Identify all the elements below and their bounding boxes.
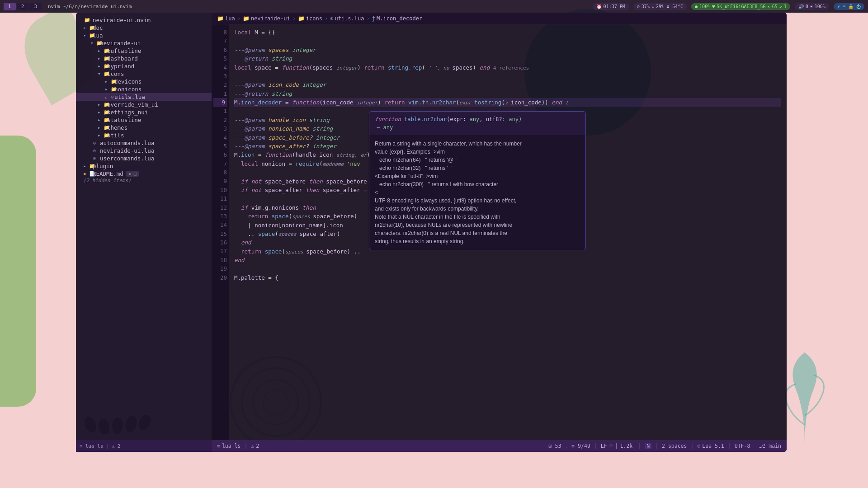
bg-stripe <box>0 136 36 407</box>
statusbar-filetype-icon: ≡ <box>217 443 220 449</box>
breadcrumb-utils: utils.lua <box>335 15 364 22</box>
statusbar-le: LF <box>601 443 607 449</box>
sep8: | <box>728 443 731 449</box>
battery-pill: ● 100% ♥ SK_WiFi6iGAE3F8_5G ↖ 65 ↙ 1 <box>691 3 790 10</box>
breadcrumb-func: M.icon_decoder <box>377 15 422 22</box>
sep1: › <box>237 15 241 22</box>
sidebar-statusbar: ≡ lua_ls | ⚠ 2 <box>76 440 212 452</box>
lua-icon-nev2: ⊙ <box>90 148 99 154</box>
lua-icon-user: ⊙ <box>90 155 99 161</box>
sidebar-item-settings[interactable]: ▸ 📁 settings_nui <box>76 108 212 116</box>
sidebar-label-hypr: hyprland <box>107 63 134 70</box>
sidebar-item-themes[interactable]: ▸ 📁 themes <box>76 124 212 131</box>
time-pill: ⏰ 01:37 PM <box>593 3 629 10</box>
readme-buttons[interactable]: ▪ □ <box>126 171 139 177</box>
lua-icon-utils: ⌞ ⊙ <box>105 94 113 100</box>
tab-2[interactable]: 2 <box>17 3 29 10</box>
sidebar-label-doc: doc <box>93 24 103 31</box>
tab-1[interactable]: 1 <box>4 3 16 10</box>
sep3: › <box>325 15 328 22</box>
sidebar-label-nev2: neviraide-ui.lua <box>100 147 154 154</box>
folder-icon-lua: ▾ 📁 <box>83 33 91 38</box>
icons-breadcrumb-icon: 📁 <box>298 15 305 22</box>
sidebar-label-utils: utils.lua <box>114 94 145 100</box>
sidebar-item-neviraide-ui[interactable]: ▾ 📁 neviraide-ui <box>76 39 212 47</box>
code-line-6: ---@param spaces integer <box>234 46 781 54</box>
hover-popup-signature: function table.nr2char(expr: any, utf8?:… <box>369 112 585 135</box>
sidebar-label-icons: icons <box>107 70 124 77</box>
extra-pill: ⚡ ⌨ 🔒 ⏻ <box>834 3 864 10</box>
folder-icon-hypr: ▸ 📁 <box>98 63 106 69</box>
statusbar-flag: N <box>645 443 651 449</box>
sidebar-diag-icon: ⚠ <box>112 443 115 449</box>
sidebar-root-label: neviraide-ui.nvim <box>93 17 151 23</box>
sidebar-item-utils-lua[interactable]: ⌞ ⊙ utils.lua <box>76 93 212 101</box>
statusbar-center: ⊞ 53 , ≡ 9/49 | LF ⟳ | 1.2k | N | 2 spac… <box>549 443 750 449</box>
tab-group[interactable]: 1 2 3 <box>4 3 42 10</box>
folder-icon-buf: ▸ 📁 <box>98 48 106 54</box>
sidebar-label-stat: statusline <box>107 117 141 123</box>
sep4: ⟳ <box>609 443 613 449</box>
sidebar-label-plugin: plugin <box>93 163 113 169</box>
file-breadcrumb-icon: ⊙ <box>330 15 333 22</box>
code-line-9: M.icon_decoder = function(icon_code inte… <box>234 98 781 107</box>
sep2: , <box>565 443 568 449</box>
statusbar-diag: 2 <box>256 443 259 449</box>
sidebar-item-readme[interactable]: ▪ 📄 README.md ▪ □ <box>76 170 212 178</box>
code-line-2: ---@param icon_code integer <box>234 80 781 89</box>
breadcrumb-neviraide: neviraide-ui <box>251 15 290 22</box>
statusbar-branch: ⎇ main <box>759 443 781 449</box>
code-line-3 <box>234 72 781 80</box>
code-line-b19 <box>234 265 781 273</box>
folder-icon-theme: ▸ 📁 <box>98 125 106 131</box>
file-tree[interactable]: 📁 neviraide-ui.nvim ▸ 📁 doc ▾ 📁 lua ▾ 📁 … <box>76 13 212 452</box>
sidebar-item-buftabline[interactable]: ▸ 📁 buftabline <box>76 47 212 55</box>
tab-3[interactable]: 3 <box>29 3 42 10</box>
sidebar-label-lua: lua <box>93 32 103 39</box>
sidebar-label-dev: devicons <box>114 78 142 85</box>
sidebar-label-readme: README.md <box>93 170 123 177</box>
code-line-1: ---@return string <box>234 89 781 98</box>
statusbar-size: | <box>615 443 618 449</box>
folder-icon-dash: ▸ 📁 <box>98 56 106 61</box>
line-numbers: 8 7 6 5 4 3 2 1 9 1 2 3 4 5 6 7 8 9 10 1… <box>212 24 229 440</box>
sidebar-item-autocommands[interactable]: ⊙ autocommands.lua <box>76 139 212 147</box>
sidebar-item-nonicons[interactable]: ▸ 📁 nonicons <box>76 85 212 93</box>
statusbar: ≡ lua_ls | ⚠ 2 ⊞ 53 , ≡ 9/49 | LF ⟳ | 1.… <box>212 440 787 452</box>
sep5: | <box>638 443 641 449</box>
sidebar-item-utils-folder[interactable]: ▸ 📁 utils <box>76 131 212 139</box>
sidebar-item-dashboard[interactable]: ▸ 📁 dashboard <box>76 55 212 62</box>
sidebar-item-icons[interactable]: ▾ 📁 icons <box>76 70 212 78</box>
editor-area: 📁 lua › 📁 neviraide-ui › 📁 icons › ⊙ uti… <box>212 13 787 452</box>
sidebar-label-auto: autocommands.lua <box>100 140 154 146</box>
sidebar-filetype: lua_ls <box>85 443 104 449</box>
lua-breadcrumb-icon: 📁 <box>217 15 224 22</box>
folder-icon-icons: ▾ 📁 <box>98 71 106 77</box>
sidebar-item-statusline[interactable]: ▸ 📁 statusline <box>76 116 212 124</box>
sep3: | <box>594 443 597 449</box>
folder-icon-dev: ▸ 📁 <box>105 79 113 84</box>
sidebar-label-theme: themes <box>107 124 127 131</box>
sidebar-label-buf: buftabline <box>107 47 141 54</box>
sep4: › <box>366 15 369 22</box>
code-line-5: ---@return string <box>234 54 781 63</box>
sidebar-item-neviraide-lua[interactable]: ⊙ neviraide-ui.lua <box>76 147 212 155</box>
sidebar-item-override[interactable]: ▸ 📁 override_vim_ui <box>76 101 212 108</box>
sidebar-item-plugin[interactable]: ▸ 📁 plugin <box>76 162 212 170</box>
nvim-path: nvim ~/6/n/neviraide-ui.nvim <box>48 4 590 9</box>
statusbar-sep1: | <box>244 443 247 449</box>
statusbar-sz: 1.2k <box>620 443 633 449</box>
sidebar-item-doc[interactable]: ▸ 📁 doc <box>76 24 212 32</box>
breadcrumb-lua: lua <box>225 15 235 22</box>
hidden-items-label: (2 hidden items) <box>76 178 212 183</box>
folder-icon-doc: ▸ 📁 <box>83 25 91 31</box>
sidebar-item-devicons[interactable]: ▸ 📁 devicons <box>76 78 212 85</box>
file-icon-readme: ▪ 📄 <box>83 171 91 177</box>
sidebar-item-lua[interactable]: ▾ 📁 lua <box>76 32 212 39</box>
sep6: | <box>655 443 658 449</box>
statusbar-indent: 2 spaces <box>662 443 687 449</box>
sidebar-item-hyprland[interactable]: ▸ 📁 hyprland <box>76 62 212 70</box>
sidebar-item-usercommands[interactable]: ⊙ usercommands.lua <box>76 155 212 162</box>
statusbar-diag-icon: ⚠ <box>251 443 254 449</box>
code-line-b20: M.palette = { <box>234 273 781 282</box>
